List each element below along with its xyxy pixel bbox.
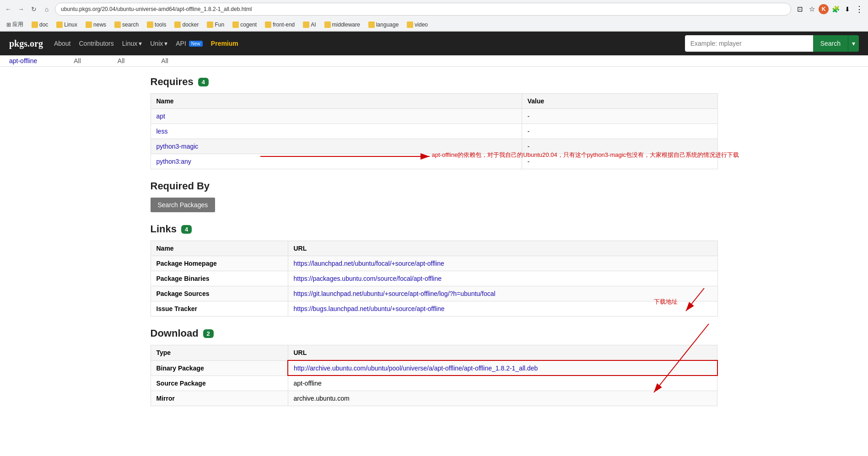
bookmark-fun[interactable]: Fun	[204, 21, 227, 29]
profile-icon[interactable]: K	[819, 4, 829, 14]
requires-annotation-container: Name Value apt - less -	[151, 93, 718, 169]
partial-top-row: apt-offline All All All	[0, 55, 868, 67]
requires-title: Requires	[151, 76, 194, 88]
bookmark-tools[interactable]: tools	[144, 21, 169, 29]
required-by-section: Required By Search Packages	[151, 180, 718, 212]
api-new-badge: New	[189, 41, 203, 47]
download-section: Download 2 Type URL Binary Package	[151, 327, 718, 406]
search-button[interactable]: Search	[813, 35, 848, 52]
nav-premium[interactable]: Premium	[211, 40, 238, 47]
download-header: Download 2	[151, 327, 718, 339]
folder-icon	[232, 21, 239, 28]
bookmark-search[interactable]: search	[112, 21, 141, 29]
apt-offline-link[interactable]: apt-offline	[9, 57, 37, 64]
download-title: Download	[151, 327, 199, 339]
download-source-type: Source Package	[151, 376, 288, 391]
folder-icon	[324, 21, 331, 28]
browser-chrome: ← → ↻ ⌂ ⊡ ☆ K 🧩 ⬇ ⋮ ⊞ 应用 doc	[0, 0, 868, 32]
bookmark-linux[interactable]: Linux	[54, 21, 80, 29]
link-pkg-homepage-name: Package Homepage	[151, 256, 288, 271]
required-by-header: Required By	[151, 180, 718, 192]
download-badge: 2	[203, 329, 214, 338]
bookmark-middleware[interactable]: middleware	[322, 21, 363, 29]
download-binary-type: Binary Package	[151, 360, 288, 376]
links-section: Links 4 Name URL Package Homepage https:…	[151, 223, 718, 317]
bookmark-video[interactable]: video	[404, 21, 431, 29]
requires-name-header: Name	[151, 94, 522, 109]
bookmark-apps[interactable]: ⊞ 应用	[4, 20, 26, 29]
table-row: apt -	[151, 109, 717, 124]
download-type-header: Type	[151, 345, 288, 361]
folder-icon	[207, 21, 213, 28]
nav-api[interactable]: API New	[176, 40, 203, 47]
bookmark-language[interactable]: language	[366, 21, 401, 29]
site-logo: pkgs.org	[9, 38, 43, 49]
search-dropdown-button[interactable]: ▾	[848, 35, 859, 52]
requires-value-header: Value	[522, 94, 717, 109]
links-title: Links	[151, 223, 177, 235]
req-python3any-name: python3:any	[151, 154, 522, 169]
partial-col-3: All	[161, 57, 168, 64]
cast-icon[interactable]: ⊡	[795, 4, 805, 14]
download-mirror-type: Mirror	[151, 391, 288, 406]
requires-table: Name Value apt - less -	[151, 93, 718, 169]
bookmark-frontend[interactable]: front-end	[262, 21, 297, 29]
req-less-value: -	[522, 124, 717, 139]
req-python3any-value: -	[522, 154, 717, 169]
nav-linux[interactable]: Linux ▾	[122, 40, 142, 47]
browser-actions: ⊡ ☆ K 🧩 ⬇ ⋮	[795, 4, 864, 14]
folder-icon	[303, 21, 309, 28]
address-bar[interactable]	[55, 3, 791, 16]
back-button[interactable]: ←	[4, 5, 13, 14]
reload-button[interactable]: ↻	[29, 5, 38, 14]
folder-icon	[86, 21, 92, 28]
download-icon[interactable]: ⬇	[842, 4, 852, 14]
link-issue-tracker-name: Issue Tracker	[151, 301, 288, 317]
bookmark-ai[interactable]: AI	[300, 21, 318, 29]
download-url-header: URL	[288, 345, 717, 361]
link-pkg-sources-name: Package Sources	[151, 286, 288, 301]
link-pkg-homepage-url: https://launchpad.net/ubuntu/focal/+sour…	[288, 256, 717, 271]
req-apt-name: apt	[151, 109, 522, 124]
table-row: less -	[151, 124, 717, 139]
nav-about[interactable]: About	[54, 40, 71, 47]
site-nav: About Contributors Linux ▾ Unix ▾ API Ne…	[54, 40, 238, 47]
link-pkg-binaries-name: Package Binaries	[151, 271, 288, 286]
extension-icon[interactable]: 🧩	[830, 4, 841, 14]
bookmark-cogent[interactable]: cogent	[230, 21, 259, 29]
link-pkg-binaries-url: https://packages.ubuntu.com/source/focal…	[288, 271, 717, 286]
nav-unix[interactable]: Unix ▾	[150, 40, 167, 47]
req-python3-magic-value: -	[522, 139, 717, 154]
links-badge: 4	[181, 225, 192, 234]
links-name-header: Name	[151, 241, 288, 256]
folder-icon	[147, 21, 153, 28]
chevron-down-icon: ▾	[852, 40, 855, 47]
req-python3-magic-name: python3-magic	[151, 139, 522, 154]
download-source-url: apt-offline	[288, 376, 717, 391]
home-button[interactable]: ⌂	[42, 5, 51, 14]
chevron-down-icon: ▾	[164, 40, 167, 47]
download-table: Type URL Binary Package http://archive.u…	[151, 345, 718, 406]
table-row: Package Sources https://git.launchpad.ne…	[151, 286, 717, 301]
bookmark-star-icon[interactable]: ☆	[807, 4, 817, 14]
search-packages-button[interactable]: Search Packages	[151, 198, 216, 212]
table-row: python3:any -	[151, 154, 717, 169]
forward-button[interactable]: →	[16, 5, 26, 14]
table-row-mirror: Mirror archive.ubuntu.com	[151, 391, 717, 406]
menu-icon[interactable]: ⋮	[854, 4, 864, 14]
folder-icon	[174, 21, 181, 28]
nav-contributors[interactable]: Contributors	[79, 40, 114, 47]
bookmark-news[interactable]: news	[83, 21, 109, 29]
bookmark-doc[interactable]: doc	[29, 21, 51, 29]
bookmark-docker[interactable]: docker	[172, 21, 201, 29]
download-binary-url: http://archive.ubuntu.com/ubuntu/pool/un…	[288, 360, 717, 376]
links-table: Name URL Package Homepage https://launch…	[151, 241, 718, 317]
req-apt-value: -	[522, 109, 717, 124]
search-input[interactable]	[685, 35, 813, 52]
table-row: Package Binaries https://packages.ubuntu…	[151, 271, 717, 286]
apps-grid-icon: ⊞	[6, 21, 11, 28]
search-area: Search ▾	[685, 35, 859, 52]
req-less-name: less	[151, 124, 522, 139]
link-pkg-sources-url: https://git.launchpad.net/ubuntu/+source…	[288, 286, 717, 301]
links-url-header: URL	[288, 241, 717, 256]
